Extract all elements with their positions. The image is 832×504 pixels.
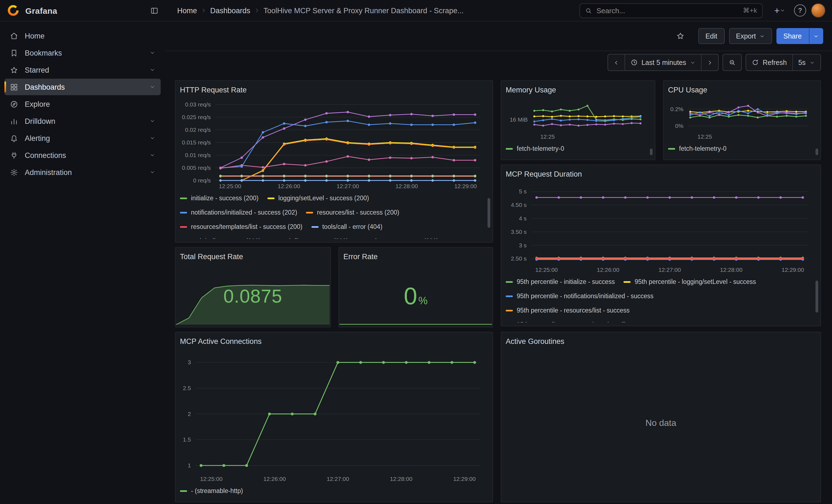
help-button[interactable]: ? bbox=[792, 3, 808, 18]
nav-actions: + ? bbox=[770, 3, 825, 18]
chevron-down-icon bbox=[809, 60, 815, 65]
http-request-rate-chart[interactable]: 0 req/s0.005 req/s0.01 req/s0.015 req/s0… bbox=[180, 97, 488, 190]
legend-scrollbar[interactable] bbox=[815, 149, 818, 155]
svg-text:12:28:00: 12:28:00 bbox=[390, 476, 412, 482]
refresh-button[interactable]: Refresh bbox=[746, 54, 792, 71]
panel-error-rate: Error Rate 0% bbox=[338, 247, 493, 327]
favorite-star-button[interactable] bbox=[673, 28, 688, 44]
legend-scrollbar[interactable] bbox=[815, 281, 818, 313]
search-input[interactable]: Search... ⌘+k bbox=[579, 3, 763, 18]
user-avatar[interactable] bbox=[811, 3, 825, 18]
share-button[interactable]: Share bbox=[776, 28, 809, 44]
grafana-logo-icon[interactable] bbox=[7, 4, 20, 17]
sidebar-item-administration[interactable]: Administration bbox=[4, 164, 161, 181]
cpu-usage-chart[interactable]: 0.2%0%12:25 bbox=[668, 97, 816, 141]
legend-item[interactable]: resources/list - success (200) bbox=[306, 207, 399, 218]
sidebar-toggle-button[interactable] bbox=[146, 3, 162, 18]
legend-item[interactable]: 95th percentile - notifications/initiali… bbox=[506, 291, 653, 301]
dashboard-canvas: Last 5 minutes Refresh bbox=[165, 51, 832, 504]
panel-title[interactable]: MCP Active Connections bbox=[180, 337, 488, 347]
legend-item[interactable]: unknown - success (200) bbox=[357, 236, 439, 239]
legend-item[interactable]: notifications/initialized - success (202… bbox=[180, 207, 297, 218]
add-button[interactable]: + bbox=[770, 3, 789, 18]
panel-title[interactable]: Total Request Rate bbox=[180, 252, 326, 262]
mcp-request-duration-chart[interactable]: 5 s4.50 s4 s3.50 s3 s2.50 s12:25:0012:26… bbox=[506, 182, 816, 274]
sidebar-item-explore[interactable]: Explore bbox=[4, 96, 161, 112]
share-menu-button[interactable] bbox=[809, 28, 823, 44]
panel-cpu-usage: CPU Usage 0.2%0%12:25 fetch-telemetry-0 bbox=[663, 80, 821, 160]
sidebar-item-dashboards[interactable]: Dashboards bbox=[4, 79, 161, 95]
chevron-down-icon bbox=[150, 118, 155, 124]
top-nav: Grafana Home Dashboards ToolHive MCP Ser… bbox=[0, 0, 832, 22]
legend-item[interactable]: 95th percentile - resources/templates/li… bbox=[506, 319, 659, 322]
svg-text:2: 2 bbox=[188, 411, 191, 417]
breadcrumb-dashboards[interactable]: Dashboards bbox=[210, 6, 250, 15]
dashboard-toolbar: Edit Export Share bbox=[165, 22, 832, 51]
connections-legend: - (streamable-http) bbox=[180, 485, 488, 497]
svg-text:12:29:00: 12:29:00 bbox=[453, 476, 476, 482]
svg-text:0.2%: 0.2% bbox=[670, 106, 683, 112]
legend-item[interactable]: initialize - success (200) bbox=[180, 192, 258, 204]
zoom-out-button[interactable] bbox=[723, 54, 741, 71]
panel-title[interactable]: Active Goroutines bbox=[506, 337, 816, 347]
home-icon bbox=[10, 32, 18, 40]
svg-text:12:26:00: 12:26:00 bbox=[278, 183, 300, 189]
memory-usage-chart[interactable]: 16 MiB12:25 bbox=[506, 97, 650, 141]
legend-item[interactable]: - (streamable-http) bbox=[180, 485, 243, 496]
legend-item[interactable]: logging/setLevel - success (200) bbox=[267, 192, 369, 204]
panel-title[interactable]: Error Rate bbox=[343, 252, 488, 262]
zoom-out-icon bbox=[729, 59, 736, 66]
legend-item[interactable]: tools/list - success (200) bbox=[269, 236, 348, 239]
chevron-down-icon bbox=[150, 135, 155, 141]
refresh-interval-picker[interactable]: 5s bbox=[792, 54, 821, 71]
chevron-right-icon bbox=[254, 8, 260, 13]
sidebar-item-bookmarks[interactable]: Bookmarks bbox=[4, 45, 161, 61]
time-shift-forward-button[interactable] bbox=[701, 54, 718, 71]
legend-item[interactable]: 95th percentile - resources/list - succe… bbox=[506, 305, 629, 316]
svg-text:0.02 req/s: 0.02 req/s bbox=[185, 127, 211, 133]
export-button[interactable]: Export bbox=[729, 28, 772, 44]
breadcrumb-current: ToolHive MCP Server & Proxy Runner Dashb… bbox=[264, 6, 464, 15]
panel-title[interactable]: CPU Usage bbox=[668, 85, 816, 95]
sidebar: Home Bookmarks Starred Dashboards Explor… bbox=[0, 22, 165, 504]
legend-item[interactable]: tools/call - error (404) bbox=[311, 221, 383, 232]
legend-scrollbar[interactable] bbox=[650, 149, 653, 155]
sidebar-item-drilldown[interactable]: Drilldown bbox=[4, 113, 161, 129]
sidebar-item-home[interactable]: Home bbox=[4, 27, 161, 44]
star-icon bbox=[10, 66, 18, 74]
time-shift-back-button[interactable] bbox=[608, 54, 624, 71]
legend-item[interactable]: resources/templates/list - success (200) bbox=[180, 221, 302, 232]
refresh-group: Refresh 5s bbox=[746, 54, 821, 71]
legend-item[interactable]: 95th percentile - logging/setLevel - suc… bbox=[624, 276, 756, 287]
svg-text:0.025 req/s: 0.025 req/s bbox=[182, 114, 211, 120]
chevron-down-icon bbox=[759, 33, 764, 39]
legend-item[interactable]: 95th percentile - initialize - success bbox=[506, 276, 615, 287]
panel-title[interactable]: MCP Request Duration bbox=[506, 169, 816, 179]
sidebar-item-connections[interactable]: Connections bbox=[4, 147, 161, 163]
chevron-down-icon bbox=[813, 33, 819, 39]
panel-memory-usage: Memory Usage 16 MiB12:25 fetch-telemetry… bbox=[501, 80, 655, 160]
legend-item[interactable]: tools/call - success (200) bbox=[180, 236, 261, 239]
mcp-active-connections-chart[interactable]: 32.521.5112:25:0012:26:0012:27:0012:28:0… bbox=[180, 349, 488, 483]
legend-scrollbar[interactable] bbox=[488, 198, 490, 228]
sidebar-item-alerting[interactable]: Alerting bbox=[4, 130, 161, 147]
svg-text:4.50 s: 4.50 s bbox=[511, 202, 527, 208]
svg-text:0%: 0% bbox=[675, 123, 683, 129]
legend-item[interactable]: fetch-telemetry-0 bbox=[668, 143, 727, 154]
panel-title[interactable]: Memory Usage bbox=[506, 85, 650, 95]
legend-item[interactable]: fetch-telemetry-0 bbox=[506, 143, 564, 154]
share-split-button: Share bbox=[776, 28, 823, 44]
svg-text:3.50 s: 3.50 s bbox=[511, 229, 527, 235]
time-controls: Last 5 minutes Refresh bbox=[607, 54, 821, 71]
breadcrumb-home[interactable]: Home bbox=[177, 6, 197, 15]
grafana-app: Grafana Home Dashboards ToolHive MCP Ser… bbox=[0, 0, 832, 504]
bookmark-icon bbox=[10, 49, 18, 57]
edit-button[interactable]: Edit bbox=[698, 28, 724, 44]
svg-text:12:25: 12:25 bbox=[698, 133, 712, 140]
brand-title: Grafana bbox=[25, 6, 141, 15]
clock-icon bbox=[630, 59, 638, 66]
panel-title[interactable]: HTTP Request Rate bbox=[180, 85, 488, 95]
time-range-picker[interactable]: Last 5 minutes bbox=[624, 54, 701, 71]
svg-text:12:27:00: 12:27:00 bbox=[337, 183, 359, 189]
sidebar-item-starred[interactable]: Starred bbox=[4, 62, 161, 78]
